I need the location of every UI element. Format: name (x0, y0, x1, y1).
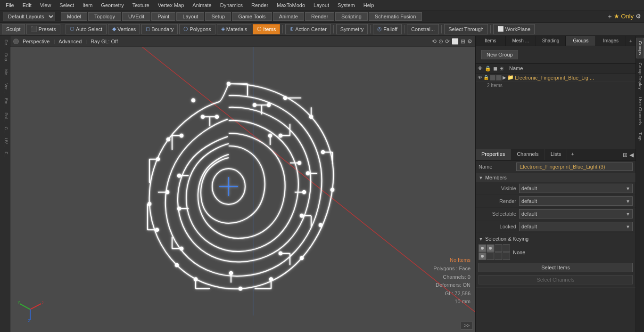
sidebar-tab-5[interactable]: Em... (1, 96, 9, 110)
boundary-button[interactable]: ◻ Boundary (141, 24, 178, 34)
tab-render[interactable]: Render (305, 12, 334, 21)
menu-view[interactable]: View (36, 1, 55, 9)
viewport-icon-rotate[interactable]: ⟲ (432, 38, 437, 45)
menu-maxtomodo[interactable]: MaxToModo (273, 1, 309, 9)
tab-scripting[interactable]: Scripting (335, 12, 368, 21)
sidebar-tab-9[interactable]: F... (1, 150, 9, 159)
sidebar-tab-3[interactable]: Me... (1, 67, 9, 81)
select-items-button[interactable]: Select Items (479, 263, 633, 272)
props-name-value[interactable]: Electronic_Fingerprint_Blue_Light (3) (516, 162, 633, 171)
menu-dynamics[interactable]: Dynamics (216, 1, 247, 9)
viewport-icon-frame[interactable]: ⬜ (452, 38, 459, 45)
settings-gear-icon[interactable]: ⚙ (636, 13, 641, 20)
tab-game-tools[interactable]: Game Tools (232, 12, 272, 21)
menu-edit[interactable]: Edit (19, 1, 35, 9)
tab-paint[interactable]: Paint (151, 12, 175, 21)
tab-animate[interactable]: Animate (273, 12, 304, 21)
select-channels-button[interactable]: Select Channels (479, 275, 633, 284)
layout-select[interactable]: Default Layouts (3, 12, 55, 21)
eye-icon[interactable]: 👁 (478, 65, 483, 71)
sculpt-button[interactable]: Sculpt (2, 24, 25, 34)
menu-layout[interactable]: Layout (310, 1, 333, 9)
rs-tab-groups[interactable]: Groups (636, 38, 644, 58)
props-icon-2[interactable]: ◀ (629, 152, 634, 158)
action-center-button[interactable]: ⊕ Action Center (285, 24, 331, 34)
items-button[interactable]: ⬡ Items (253, 24, 280, 34)
panel-tab-groups[interactable]: Groups (566, 36, 596, 46)
viewport-icon-settings[interactable]: ⚙ (467, 38, 472, 45)
viewport-expand-btn[interactable]: >> (461, 322, 473, 330)
workplane-button[interactable]: ⬜ WorkPlane (493, 24, 535, 34)
viewport-icon-grid[interactable]: ⊞ (461, 38, 465, 45)
render-icon[interactable]: ◼ (493, 65, 497, 72)
menu-geometry[interactable]: Geometry (97, 1, 127, 9)
tab-setup[interactable]: Setup (205, 12, 231, 21)
viewport-circle[interactable] (13, 39, 19, 44)
rs-tab-group-display[interactable]: Group Display (636, 59, 644, 93)
menu-help[interactable]: Help (360, 1, 378, 9)
tab-schematic-fusion[interactable]: Schematic Fusion (369, 12, 422, 21)
menu-animate[interactable]: Animate (189, 1, 215, 9)
menu-vertex-map[interactable]: Vertex Map (154, 1, 188, 9)
polygons-button[interactable]: ⬡ Polygons (179, 24, 215, 34)
props-tab-add[interactable]: + (567, 149, 578, 160)
viewport-icon-target[interactable]: ⊙ (438, 38, 443, 45)
viewport[interactable]: Perspective | Advanced | Ray GL: Off ⟲ ⊙… (10, 36, 475, 332)
menu-file[interactable]: File (2, 1, 18, 9)
extra-icon[interactable]: ⊞ (499, 65, 504, 72)
props-tab-lists[interactable]: Lists (545, 149, 568, 160)
viewport-advanced[interactable]: Advanced (58, 39, 82, 44)
panel-tab-add[interactable]: + (626, 36, 636, 46)
symmetry-button[interactable]: Symmetry (336, 24, 368, 34)
props-tab-properties[interactable]: Properties (476, 149, 511, 160)
menu-select[interactable]: Select (56, 1, 78, 9)
menu-system[interactable]: System (334, 1, 359, 9)
items-label: Items (263, 26, 276, 32)
new-group-button[interactable]: New Group (481, 50, 518, 59)
viewport-icon-refresh[interactable]: ⟳ (445, 38, 450, 45)
sidebar-tab-2[interactable]: Dup... (1, 51, 9, 66)
sidebar-tab-7[interactable]: C... (1, 125, 9, 135)
star-only-button[interactable]: ★ Only (614, 13, 634, 20)
sidebar-tab-8[interactable]: UV... (1, 136, 9, 149)
rs-tab-user-channels[interactable]: User Channels (636, 94, 644, 129)
selectable-select[interactable]: default ▼ (519, 209, 633, 219)
sidebar-tab-4[interactable]: Ver... (1, 81, 9, 95)
rs-tab-tags[interactable]: Tags (636, 129, 644, 145)
props-tab-channels[interactable]: Channels (511, 149, 545, 160)
panel-tab-mesh[interactable]: Mesh ... (506, 36, 536, 46)
members-header[interactable]: ▼ Members (476, 173, 636, 182)
panel-tab-images[interactable]: Images (596, 36, 626, 46)
materials-button[interactable]: ◈ Materials (217, 24, 252, 34)
menu-item[interactable]: Item (79, 1, 96, 9)
presets-button[interactable]: ⬛ Presets (26, 24, 60, 34)
viewport-canvas[interactable]: No Items Polygons : Face Channels: 0 Def… (10, 47, 475, 332)
panel-tab-items[interactable]: Items (476, 36, 506, 46)
properties-panel: Properties Channels Lists + ⊞ ◀ Name Ele… (476, 149, 636, 288)
constraints-button[interactable]: Constrai... (407, 24, 439, 34)
tab-uvedit[interactable]: UVEdit (122, 12, 150, 21)
select-through-button[interactable]: Select Through (444, 24, 487, 34)
props-icon-1[interactable]: ⊞ (623, 152, 627, 158)
sidebar-tab-6[interactable]: Pol... (1, 111, 9, 124)
render-select[interactable]: default ▼ (519, 196, 633, 206)
auto-select-button[interactable]: ⬡ Auto Select (66, 24, 107, 34)
add-tab-button[interactable]: + (608, 13, 611, 20)
group-row-item[interactable]: 👁 🔒 ▶ 📁 Electronic_Fingerprint_Blue_Lig … (476, 73, 636, 82)
sel-keying-header[interactable]: ▼ Selection & Keying (479, 236, 633, 242)
viewport-ray-gl[interactable]: Ray GL: Off (91, 39, 118, 44)
falloff-button[interactable]: ◎ Falloff (373, 24, 402, 34)
lock-icon[interactable]: 🔒 (485, 65, 491, 72)
tab-model[interactable]: Model (61, 12, 87, 21)
menu-texture[interactable]: Texture (129, 1, 153, 9)
viewport-mode[interactable]: Perspective (23, 39, 50, 44)
menu-render[interactable]: Render (248, 1, 272, 9)
groups-list[interactable]: 👁 🔒 ▶ 📁 Electronic_Fingerprint_Blue_Lig … (476, 73, 636, 149)
locked-select[interactable]: default ▼ (519, 222, 633, 231)
sidebar-tab-1[interactable]: De... (1, 38, 9, 50)
panel-tab-shading[interactable]: Shading (536, 36, 566, 46)
visible-select[interactable]: default ▼ (519, 184, 633, 193)
tab-layout[interactable]: Layout (176, 12, 204, 21)
tab-topology[interactable]: Topology (88, 12, 121, 21)
vertices-button[interactable]: ◆ Vertices (108, 24, 140, 34)
